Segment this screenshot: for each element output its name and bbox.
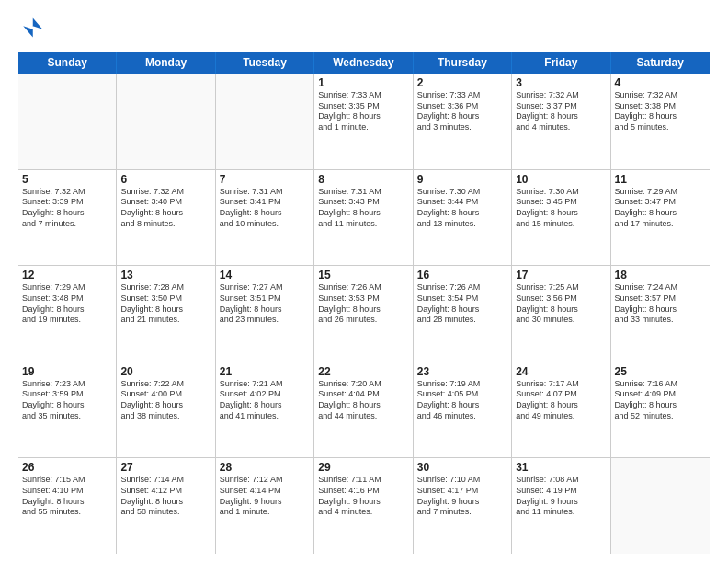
day-number: 23 <box>417 365 507 378</box>
calendar-cell-r2c3: 15Sunrise: 7:26 AM Sunset: 3:53 PM Dayli… <box>314 266 413 362</box>
day-number: 22 <box>318 365 408 378</box>
calendar-cell-r4c0: 26Sunrise: 7:15 AM Sunset: 4:10 PM Dayli… <box>18 458 117 554</box>
calendar-cell-r1c3: 8Sunrise: 7:31 AM Sunset: 3:43 PM Daylig… <box>314 170 413 266</box>
cell-info: Sunrise: 7:15 AM Sunset: 4:10 PM Dayligh… <box>22 475 112 518</box>
calendar-cell-r3c4: 23Sunrise: 7:19 AM Sunset: 4:05 PM Dayli… <box>414 362 512 458</box>
calendar-cell-r1c1: 6Sunrise: 7:32 AM Sunset: 3:40 PM Daylig… <box>117 170 215 266</box>
cell-info: Sunrise: 7:21 AM Sunset: 4:02 PM Dayligh… <box>220 379 310 422</box>
cell-info: Sunrise: 7:33 AM Sunset: 3:35 PM Dayligh… <box>318 90 408 133</box>
day-number: 24 <box>516 365 606 378</box>
calendar-cell-r3c6: 25Sunrise: 7:16 AM Sunset: 4:09 PM Dayli… <box>611 362 710 458</box>
calendar-cell-r4c1: 27Sunrise: 7:14 AM Sunset: 4:12 PM Dayli… <box>117 458 215 554</box>
header <box>18 15 710 40</box>
cell-info: Sunrise: 7:25 AM Sunset: 3:56 PM Dayligh… <box>516 282 606 326</box>
weekday-header-saturday: Saturday <box>611 52 710 74</box>
day-number: 6 <box>120 173 210 186</box>
day-number: 19 <box>22 365 112 378</box>
day-number: 21 <box>220 365 310 378</box>
calendar-cell-r0c4: 2Sunrise: 7:33 AM Sunset: 3:36 PM Daylig… <box>414 74 512 169</box>
day-number: 10 <box>516 173 606 186</box>
calendar-cell-r2c1: 13Sunrise: 7:28 AM Sunset: 3:50 PM Dayli… <box>117 266 215 362</box>
calendar-cell-r4c2: 28Sunrise: 7:12 AM Sunset: 4:14 PM Dayli… <box>216 458 314 554</box>
day-number: 25 <box>615 365 706 378</box>
calendar-cell-r4c6 <box>611 458 710 554</box>
calendar-row-1: 5Sunrise: 7:32 AM Sunset: 3:39 PM Daylig… <box>18 170 710 267</box>
cell-info: Sunrise: 7:31 AM Sunset: 3:41 PM Dayligh… <box>220 187 310 230</box>
calendar-cell-r0c1 <box>117 74 215 169</box>
day-number: 16 <box>417 269 507 282</box>
calendar-cell-r0c6: 4Sunrise: 7:32 AM Sunset: 3:38 PM Daylig… <box>611 74 710 169</box>
day-number: 3 <box>516 76 606 89</box>
calendar-body: 1Sunrise: 7:33 AM Sunset: 3:35 PM Daylig… <box>18 74 710 554</box>
calendar-cell-r3c5: 24Sunrise: 7:17 AM Sunset: 4:07 PM Dayli… <box>512 362 610 458</box>
cell-info: Sunrise: 7:20 AM Sunset: 4:04 PM Dayligh… <box>318 379 408 422</box>
day-number: 7 <box>220 173 310 186</box>
day-number: 18 <box>615 269 706 282</box>
cell-info: Sunrise: 7:16 AM Sunset: 4:09 PM Dayligh… <box>615 379 706 422</box>
cell-info: Sunrise: 7:29 AM Sunset: 3:48 PM Dayligh… <box>22 282 112 326</box>
calendar-cell-r1c0: 5Sunrise: 7:32 AM Sunset: 3:39 PM Daylig… <box>18 170 117 266</box>
cell-info: Sunrise: 7:33 AM Sunset: 3:36 PM Dayligh… <box>417 90 507 133</box>
cell-info: Sunrise: 7:28 AM Sunset: 3:50 PM Dayligh… <box>120 282 210 326</box>
cell-info: Sunrise: 7:12 AM Sunset: 4:14 PM Dayligh… <box>220 475 310 518</box>
calendar: SundayMondayTuesdayWednesdayThursdayFrid… <box>18 52 710 554</box>
cell-info: Sunrise: 7:19 AM Sunset: 4:05 PM Dayligh… <box>417 379 507 422</box>
svg-marker-0 <box>23 18 42 38</box>
weekday-header-thursday: Thursday <box>414 52 512 74</box>
calendar-header: SundayMondayTuesdayWednesdayThursdayFrid… <box>18 52 710 74</box>
calendar-cell-r2c2: 14Sunrise: 7:27 AM Sunset: 3:51 PM Dayli… <box>216 266 314 362</box>
day-number: 2 <box>417 76 507 89</box>
cell-info: Sunrise: 7:31 AM Sunset: 3:43 PM Dayligh… <box>318 187 408 230</box>
cell-info: Sunrise: 7:32 AM Sunset: 3:39 PM Dayligh… <box>22 187 112 230</box>
calendar-cell-r1c4: 9Sunrise: 7:30 AM Sunset: 3:44 PM Daylig… <box>414 170 512 266</box>
day-number: 11 <box>615 173 706 186</box>
calendar-cell-r3c3: 22Sunrise: 7:20 AM Sunset: 4:04 PM Dayli… <box>314 362 413 458</box>
day-number: 15 <box>318 269 408 282</box>
cell-info: Sunrise: 7:29 AM Sunset: 3:47 PM Dayligh… <box>615 187 706 230</box>
cell-info: Sunrise: 7:17 AM Sunset: 4:07 PM Dayligh… <box>516 379 606 422</box>
weekday-header-sunday: Sunday <box>18 52 117 74</box>
cell-info: Sunrise: 7:24 AM Sunset: 3:57 PM Dayligh… <box>615 282 706 326</box>
day-number: 1 <box>318 76 408 89</box>
calendar-cell-r2c5: 17Sunrise: 7:25 AM Sunset: 3:56 PM Dayli… <box>512 266 610 362</box>
cell-info: Sunrise: 7:22 AM Sunset: 4:00 PM Dayligh… <box>120 379 210 422</box>
calendar-row-4: 26Sunrise: 7:15 AM Sunset: 4:10 PM Dayli… <box>18 458 710 554</box>
cell-info: Sunrise: 7:32 AM Sunset: 3:37 PM Dayligh… <box>516 90 606 133</box>
cell-info: Sunrise: 7:30 AM Sunset: 3:45 PM Dayligh… <box>516 187 606 230</box>
day-number: 31 <box>516 461 606 474</box>
weekday-header-friday: Friday <box>512 52 610 74</box>
calendar-cell-r1c2: 7Sunrise: 7:31 AM Sunset: 3:41 PM Daylig… <box>216 170 314 266</box>
cell-info: Sunrise: 7:32 AM Sunset: 3:40 PM Dayligh… <box>120 187 210 230</box>
logo-icon <box>18 15 44 40</box>
cell-info: Sunrise: 7:08 AM Sunset: 4:19 PM Dayligh… <box>516 475 606 518</box>
day-number: 12 <box>22 269 112 282</box>
calendar-cell-r4c5: 31Sunrise: 7:08 AM Sunset: 4:19 PM Dayli… <box>512 458 610 554</box>
calendar-cell-r1c6: 11Sunrise: 7:29 AM Sunset: 3:47 PM Dayli… <box>611 170 710 266</box>
day-number: 13 <box>120 269 210 282</box>
calendar-cell-r2c6: 18Sunrise: 7:24 AM Sunset: 3:57 PM Dayli… <box>611 266 710 362</box>
page: SundayMondayTuesdayWednesdayThursdayFrid… <box>0 0 728 563</box>
day-number: 27 <box>120 461 210 474</box>
day-number: 14 <box>220 269 310 282</box>
calendar-cell-r3c1: 20Sunrise: 7:22 AM Sunset: 4:00 PM Dayli… <box>117 362 215 458</box>
day-number: 9 <box>417 173 507 186</box>
day-number: 28 <box>220 461 310 474</box>
cell-info: Sunrise: 7:10 AM Sunset: 4:17 PM Dayligh… <box>417 475 507 518</box>
calendar-cell-r3c2: 21Sunrise: 7:21 AM Sunset: 4:02 PM Dayli… <box>216 362 314 458</box>
cell-info: Sunrise: 7:14 AM Sunset: 4:12 PM Dayligh… <box>120 475 210 518</box>
day-number: 5 <box>22 173 112 186</box>
calendar-cell-r0c2 <box>216 74 314 169</box>
logo <box>18 15 48 40</box>
cell-info: Sunrise: 7:27 AM Sunset: 3:51 PM Dayligh… <box>220 282 310 326</box>
calendar-row-3: 19Sunrise: 7:23 AM Sunset: 3:59 PM Dayli… <box>18 362 710 459</box>
cell-info: Sunrise: 7:32 AM Sunset: 3:38 PM Dayligh… <box>615 90 706 133</box>
weekday-header-tuesday: Tuesday <box>216 52 314 74</box>
cell-info: Sunrise: 7:23 AM Sunset: 3:59 PM Dayligh… <box>22 379 112 422</box>
weekday-header-wednesday: Wednesday <box>314 52 413 74</box>
day-number: 30 <box>417 461 507 474</box>
calendar-cell-r0c0 <box>18 74 117 169</box>
day-number: 8 <box>318 173 408 186</box>
weekday-header-monday: Monday <box>117 52 215 74</box>
calendar-cell-r1c5: 10Sunrise: 7:30 AM Sunset: 3:45 PM Dayli… <box>512 170 610 266</box>
calendar-row-2: 12Sunrise: 7:29 AM Sunset: 3:48 PM Dayli… <box>18 266 710 362</box>
